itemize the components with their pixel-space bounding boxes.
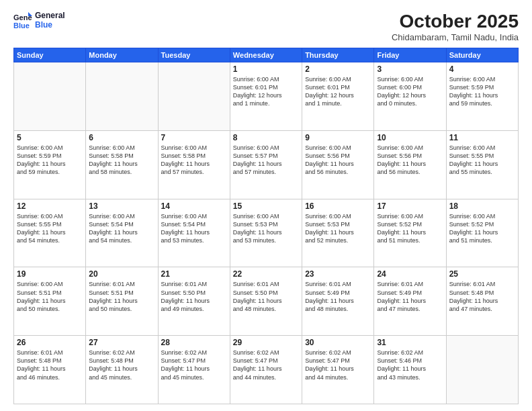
week-row-1: 5Sunrise: 6:00 AM Sunset: 5:59 PM Daylig…	[14, 130, 519, 199]
day-number: 24	[377, 269, 443, 279]
calendar-cell: 10Sunrise: 6:00 AM Sunset: 5:56 PM Dayli…	[374, 130, 446, 199]
day-info: Sunrise: 6:01 AM Sunset: 5:48 PM Dayligh…	[17, 349, 83, 381]
day-number: 8	[233, 133, 299, 142]
calendar-cell: 8Sunrise: 6:00 AM Sunset: 5:57 PM Daylig…	[230, 130, 302, 199]
day-info: Sunrise: 6:00 AM Sunset: 6:00 PM Dayligh…	[377, 75, 443, 108]
day-number: 7	[161, 133, 227, 142]
calendar-cell: 20Sunrise: 6:01 AM Sunset: 5:51 PM Dayli…	[86, 267, 158, 336]
calendar-cell: 31Sunrise: 6:02 AM Sunset: 5:46 PM Dayli…	[374, 336, 446, 404]
calendar-cell: 16Sunrise: 6:00 AM Sunset: 5:53 PM Dayli…	[302, 199, 374, 267]
weekday-header-row: SundayMondayTuesdayWednesdayThursdayFrid…	[14, 48, 519, 62]
calendar-cell: 3Sunrise: 6:00 AM Sunset: 6:00 PM Daylig…	[374, 62, 446, 131]
weekday-header-tuesday: Tuesday	[158, 48, 230, 62]
header: General Blue General Blue October 2025 C…	[13, 11, 519, 42]
weekday-header-friday: Friday	[374, 48, 446, 62]
day-number: 26	[17, 338, 83, 347]
calendar-cell: 13Sunrise: 6:00 AM Sunset: 5:54 PM Dayli…	[86, 199, 158, 267]
day-number: 11	[449, 133, 515, 142]
day-number: 3	[377, 64, 443, 74]
day-info: Sunrise: 6:00 AM Sunset: 5:55 PM Dayligh…	[17, 212, 83, 245]
logo: General Blue General Blue	[13, 11, 65, 30]
day-info: Sunrise: 6:00 AM Sunset: 5:52 PM Dayligh…	[377, 212, 443, 245]
calendar-cell: 30Sunrise: 6:02 AM Sunset: 5:47 PM Dayli…	[302, 336, 374, 404]
calendar-cell: 25Sunrise: 6:01 AM Sunset: 5:48 PM Dayli…	[446, 267, 518, 336]
calendar-cell	[158, 62, 230, 131]
day-number: 15	[233, 201, 299, 211]
logo-general: General	[35, 11, 65, 20]
day-number: 9	[305, 133, 371, 142]
day-info: Sunrise: 6:00 AM Sunset: 5:54 PM Dayligh…	[89, 212, 154, 245]
day-number: 6	[89, 133, 154, 142]
day-info: Sunrise: 6:00 AM Sunset: 5:58 PM Dayligh…	[161, 144, 227, 177]
calendar-cell: 2Sunrise: 6:00 AM Sunset: 6:01 PM Daylig…	[302, 62, 374, 131]
day-number: 19	[17, 269, 83, 279]
page: General Blue General Blue October 2025 C…	[0, 0, 532, 411]
weekday-header-monday: Monday	[86, 48, 158, 62]
day-info: Sunrise: 6:00 AM Sunset: 5:59 PM Dayligh…	[17, 144, 83, 177]
weekday-header-wednesday: Wednesday	[230, 48, 302, 62]
calendar-cell: 24Sunrise: 6:01 AM Sunset: 5:49 PM Dayli…	[374, 267, 446, 336]
day-info: Sunrise: 6:02 AM Sunset: 5:46 PM Dayligh…	[377, 349, 443, 381]
calendar-cell: 7Sunrise: 6:00 AM Sunset: 5:58 PM Daylig…	[158, 130, 230, 199]
calendar-cell: 12Sunrise: 6:00 AM Sunset: 5:55 PM Dayli…	[14, 199, 86, 267]
calendar-cell: 6Sunrise: 6:00 AM Sunset: 5:58 PM Daylig…	[86, 130, 158, 199]
month-title: October 2025	[392, 11, 519, 32]
calendar-table: SundayMondayTuesdayWednesdayThursdayFrid…	[13, 48, 519, 404]
calendar-cell: 18Sunrise: 6:00 AM Sunset: 5:52 PM Dayli…	[446, 199, 518, 267]
day-info: Sunrise: 6:00 AM Sunset: 6:01 PM Dayligh…	[233, 75, 299, 108]
day-number: 2	[305, 64, 371, 74]
day-number: 13	[89, 201, 154, 211]
day-number: 27	[89, 338, 154, 347]
day-info: Sunrise: 6:02 AM Sunset: 5:47 PM Dayligh…	[161, 349, 227, 381]
title-block: October 2025 Chidambaram, Tamil Nadu, In…	[392, 11, 519, 42]
day-number: 20	[89, 269, 154, 279]
day-number: 22	[233, 269, 299, 279]
day-number: 4	[449, 64, 515, 74]
week-row-4: 26Sunrise: 6:01 AM Sunset: 5:48 PM Dayli…	[14, 336, 519, 404]
day-info: Sunrise: 6:00 AM Sunset: 5:59 PM Dayligh…	[449, 75, 515, 108]
day-number: 16	[305, 201, 371, 211]
calendar-cell: 5Sunrise: 6:00 AM Sunset: 5:59 PM Daylig…	[14, 130, 86, 199]
day-number: 28	[161, 338, 227, 347]
day-info: Sunrise: 6:00 AM Sunset: 5:56 PM Dayligh…	[305, 144, 371, 177]
day-number: 23	[305, 269, 371, 279]
day-info: Sunrise: 6:01 AM Sunset: 5:51 PM Dayligh…	[89, 280, 154, 313]
calendar-cell	[86, 62, 158, 131]
calendar-cell	[446, 336, 518, 404]
calendar-cell: 26Sunrise: 6:01 AM Sunset: 5:48 PM Dayli…	[14, 336, 86, 404]
day-number: 17	[377, 201, 443, 211]
svg-text:Blue: Blue	[13, 21, 30, 30]
day-info: Sunrise: 6:00 AM Sunset: 5:58 PM Dayligh…	[89, 144, 154, 177]
logo-blue: Blue	[35, 20, 65, 30]
day-info: Sunrise: 6:01 AM Sunset: 5:49 PM Dayligh…	[305, 280, 371, 313]
week-row-3: 19Sunrise: 6:00 AM Sunset: 5:51 PM Dayli…	[14, 267, 519, 336]
calendar-cell: 28Sunrise: 6:02 AM Sunset: 5:47 PM Dayli…	[158, 336, 230, 404]
day-number: 12	[17, 201, 83, 211]
calendar-cell: 22Sunrise: 6:01 AM Sunset: 5:50 PM Dayli…	[230, 267, 302, 336]
calendar-cell: 17Sunrise: 6:00 AM Sunset: 5:52 PM Dayli…	[374, 199, 446, 267]
day-number: 10	[377, 133, 443, 142]
day-info: Sunrise: 6:00 AM Sunset: 5:52 PM Dayligh…	[449, 212, 515, 245]
location: Chidambaram, Tamil Nadu, India	[392, 32, 519, 42]
calendar-cell: 19Sunrise: 6:00 AM Sunset: 5:51 PM Dayli…	[14, 267, 86, 336]
calendar-cell: 11Sunrise: 6:00 AM Sunset: 5:55 PM Dayli…	[446, 130, 518, 199]
day-info: Sunrise: 6:02 AM Sunset: 5:47 PM Dayligh…	[233, 349, 299, 381]
day-info: Sunrise: 6:00 AM Sunset: 6:01 PM Dayligh…	[305, 75, 371, 108]
day-info: Sunrise: 6:02 AM Sunset: 5:47 PM Dayligh…	[305, 349, 371, 381]
day-number: 25	[449, 269, 515, 279]
day-info: Sunrise: 6:00 AM Sunset: 5:51 PM Dayligh…	[17, 280, 83, 313]
day-number: 31	[377, 338, 443, 347]
calendar-cell: 15Sunrise: 6:00 AM Sunset: 5:53 PM Dayli…	[230, 199, 302, 267]
calendar-cell: 21Sunrise: 6:01 AM Sunset: 5:50 PM Dayli…	[158, 267, 230, 336]
day-number: 30	[305, 338, 371, 347]
day-info: Sunrise: 6:00 AM Sunset: 5:53 PM Dayligh…	[305, 212, 371, 245]
day-info: Sunrise: 6:01 AM Sunset: 5:48 PM Dayligh…	[449, 280, 515, 313]
calendar-cell: 23Sunrise: 6:01 AM Sunset: 5:49 PM Dayli…	[302, 267, 374, 336]
day-info: Sunrise: 6:00 AM Sunset: 5:55 PM Dayligh…	[449, 144, 515, 177]
day-info: Sunrise: 6:00 AM Sunset: 5:54 PM Dayligh…	[161, 212, 227, 245]
day-info: Sunrise: 6:01 AM Sunset: 5:49 PM Dayligh…	[377, 280, 443, 313]
week-row-2: 12Sunrise: 6:00 AM Sunset: 5:55 PM Dayli…	[14, 199, 519, 267]
weekday-header-thursday: Thursday	[302, 48, 374, 62]
calendar-cell: 1Sunrise: 6:00 AM Sunset: 6:01 PM Daylig…	[230, 62, 302, 131]
day-number: 18	[449, 201, 515, 211]
